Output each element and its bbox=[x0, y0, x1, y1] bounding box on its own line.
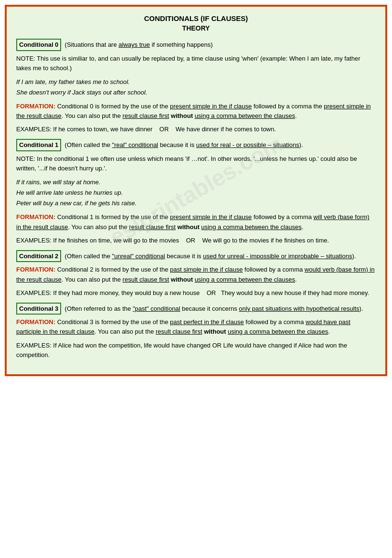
cond2-label: Conditional 2 bbox=[16, 250, 61, 263]
cond3-label: Conditional 3 bbox=[16, 303, 61, 315]
main-container: CONDITIONALS (IF CLAUSES) THEORY Conditi… bbox=[5, 5, 387, 376]
cond1-italics: If it rains, we will stay at home. He wi… bbox=[16, 177, 376, 209]
cond0-italics: If I am late, my father takes me to scho… bbox=[16, 77, 376, 98]
cond1-label: Conditional 1 bbox=[16, 139, 61, 151]
cond0-note: NOTE: This use is similiar to, and can u… bbox=[16, 54, 376, 73]
cond2-formation: FORMATION: Conditional 2 is formed by th… bbox=[16, 265, 376, 284]
cond3-header: Conditional 3 (Often referred to as the … bbox=[16, 303, 376, 315]
cond0-label: Conditional 0 bbox=[16, 39, 61, 51]
cond0-formation: FORMATION: Conditional 0 is formed by th… bbox=[16, 102, 376, 121]
cond0-examples: EXAMPLES: If he comes to town, we have d… bbox=[16, 125, 376, 134]
cond1-header: Conditional 1 (Often called the "real" c… bbox=[16, 139, 376, 151]
cond0-formation-label: FORMATION: bbox=[16, 103, 55, 110]
cond2-examples: EXAMPLES: If they had more money, they w… bbox=[16, 288, 376, 298]
page-subtitle: THEORY bbox=[16, 24, 376, 32]
conditional-0-section: Conditional 0 (Situations that are alway… bbox=[16, 39, 376, 134]
page-title: CONDITIONALS (IF CLAUSES) bbox=[16, 14, 376, 22]
cond1-note: NOTE: In the conditional 1 we often use … bbox=[16, 154, 376, 173]
cond0-header: Conditional 0 (Situations that are alway… bbox=[16, 39, 376, 51]
cond1-examples: EXAMPLES: If he finishes on time, we wil… bbox=[16, 236, 376, 245]
cond1-formation-label: FORMATION: bbox=[16, 213, 55, 221]
cond2-header: Conditional 2 (Often called the "unreal"… bbox=[16, 250, 376, 263]
conditional-3-section: Conditional 3 (Often referred to as the … bbox=[16, 303, 376, 360]
conditional-2-section: Conditional 2 (Often called the "unreal"… bbox=[16, 250, 376, 298]
cond1-formation: FORMATION: Conditional 1 is formed by th… bbox=[16, 212, 376, 232]
cond3-examples: EXAMPLES: If Alice had won the competiti… bbox=[16, 341, 376, 360]
conditional-1-section: Conditional 1 (Often called the "real" c… bbox=[16, 139, 376, 245]
cond3-formation: FORMATION: Conditional 3 is formed by th… bbox=[16, 317, 376, 337]
cond2-formation-label: FORMATION: bbox=[16, 266, 55, 273]
cond3-formation-label: FORMATION: bbox=[16, 318, 55, 326]
